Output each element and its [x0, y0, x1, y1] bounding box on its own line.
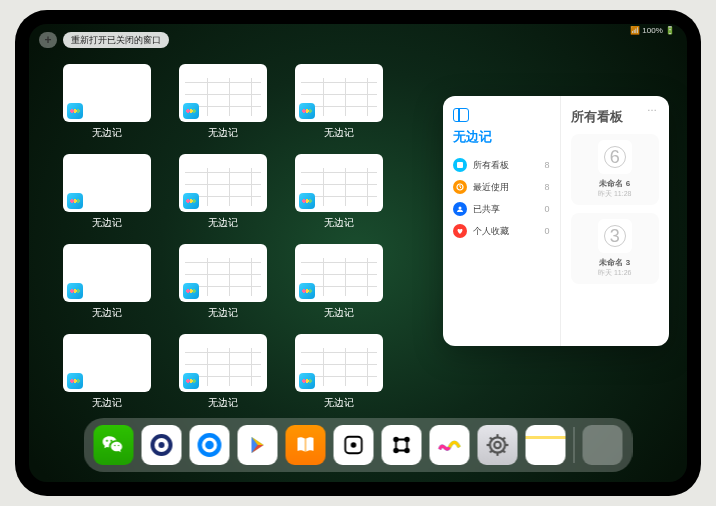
sidebar-item-count: 0: [545, 226, 550, 236]
window-label: 无边记: [324, 216, 354, 230]
freeform-app-icon: [183, 283, 199, 299]
dock-freeform-icon[interactable]: [430, 425, 470, 465]
thumbnail-preview: [63, 244, 151, 302]
window-thumbnail[interactable]: 无边记: [63, 64, 151, 140]
board-title: 未命名 3: [599, 257, 630, 268]
window-label: 无边记: [324, 126, 354, 140]
dock-settings-icon[interactable]: [478, 425, 518, 465]
window-label: 无边记: [92, 396, 122, 410]
sidebar-item-heart[interactable]: 个人收藏0: [453, 220, 550, 242]
status-bar: 📶 100% 🔋: [630, 26, 675, 35]
panel-right-title: 所有看板: [571, 108, 659, 126]
sidebar-item-clock[interactable]: 最近使用8: [453, 176, 550, 198]
window-label: 无边记: [92, 126, 122, 140]
board-card[interactable]: 6未命名 6昨天 11:28: [571, 134, 659, 205]
heart-icon: [453, 224, 467, 238]
window-thumbnail[interactable]: 无边记: [63, 154, 151, 230]
sidebar-item-count: 0: [545, 204, 550, 214]
thumbnail-preview: [63, 64, 151, 122]
window-label: 无边记: [92, 216, 122, 230]
dock-books-icon[interactable]: [286, 425, 326, 465]
sidebar-toggle-icon[interactable]: [453, 108, 469, 122]
reopen-closed-window-button[interactable]: 重新打开已关闭的窗口: [63, 32, 169, 48]
dock-dice-icon[interactable]: [334, 425, 374, 465]
panel-content: 所有看板 6未命名 6昨天 11:283未命名 3昨天 11:26: [561, 96, 669, 346]
window-thumbnail[interactable]: 无边记: [179, 154, 267, 230]
topbar: + 重新打开已关闭的窗口: [39, 32, 169, 48]
new-window-button[interactable]: +: [39, 32, 57, 48]
sidebar-item-count: 8: [545, 160, 550, 170]
window-thumbnail[interactable]: 无边记: [295, 244, 383, 320]
svg-line-20: [503, 450, 505, 452]
board-subtitle: 昨天 11:26: [598, 268, 631, 278]
window-label: 无边记: [324, 306, 354, 320]
thumbnail-preview: [295, 334, 383, 392]
dock-connect-icon[interactable]: [382, 425, 422, 465]
window-label: 无边记: [92, 306, 122, 320]
thumbnail-preview: [63, 154, 151, 212]
thumbnail-preview: [295, 154, 383, 212]
sidebar-item-label: 个人收藏: [473, 225, 509, 238]
thumbnail-preview: [295, 244, 383, 302]
sidebar-item-label: 最近使用: [473, 181, 509, 194]
window-label: 无边记: [208, 216, 238, 230]
freeform-app-icon: [183, 193, 199, 209]
panel-sidebar: 无边记 所有看板8最近使用8已共享0个人收藏0: [443, 96, 561, 346]
svg-rect-0: [457, 162, 463, 168]
window-label: 无边记: [208, 126, 238, 140]
screen: 📶 100% 🔋 + 重新打开已关闭的窗口 无边记无边记无边记无边记无边记无边记…: [29, 24, 687, 482]
svg-line-19: [490, 437, 492, 439]
freeform-panel[interactable]: … 无边记 所有看板8最近使用8已共享0个人收藏0 所有看板 6未命名 6昨天 …: [443, 96, 669, 346]
sidebar-item-label: 已共享: [473, 203, 500, 216]
freeform-app-icon: [67, 193, 83, 209]
svg-point-14: [494, 442, 501, 449]
dock-quark-icon[interactable]: [142, 425, 182, 465]
dock-notes-icon[interactable]: [526, 425, 566, 465]
freeform-app-icon: [299, 283, 315, 299]
svg-point-13: [490, 437, 505, 452]
thumbnail-preview: [179, 334, 267, 392]
dock-separator: [574, 427, 575, 463]
sidebar-item-people[interactable]: 已共享0: [453, 198, 550, 220]
window-label: 无边记: [208, 306, 238, 320]
board-title: 未命名 6: [599, 178, 630, 189]
window-thumbnail[interactable]: 无边记: [295, 154, 383, 230]
board-card[interactable]: 3未命名 3昨天 11:26: [571, 213, 659, 284]
sidebar-item-grid[interactable]: 所有看板8: [453, 154, 550, 176]
thumbnail-preview: [179, 154, 267, 212]
freeform-app-icon: [299, 193, 315, 209]
sidebar-item-label: 所有看板: [473, 159, 509, 172]
thumbnail-preview: [179, 244, 267, 302]
svg-point-6: [205, 441, 214, 450]
panel-menu-icon[interactable]: …: [647, 102, 659, 113]
svg-point-8: [351, 442, 357, 448]
sidebar-item-count: 8: [545, 182, 550, 192]
dock-wechat-icon[interactable]: [94, 425, 134, 465]
window-thumbnail[interactable]: 无边记: [179, 244, 267, 320]
freeform-app-icon: [67, 103, 83, 119]
window-thumbnail[interactable]: 无边记: [63, 334, 151, 410]
window-thumbnail[interactable]: 无边记: [63, 244, 151, 320]
app-switcher-grid: 无边记无边记无边记无边记无边记无边记无边记无边记无边记无边记无边记无边记: [63, 64, 423, 410]
thumbnail-preview: [295, 64, 383, 122]
board-thumbnail: 3: [598, 219, 632, 253]
grid-icon: [453, 158, 467, 172]
window-label: 无边记: [324, 396, 354, 410]
freeform-app-icon: [67, 283, 83, 299]
dock-qqbrowser-icon[interactable]: [190, 425, 230, 465]
people-icon: [453, 202, 467, 216]
dock-play-icon[interactable]: [238, 425, 278, 465]
freeform-app-icon: [299, 103, 315, 119]
freeform-app-icon: [299, 373, 315, 389]
window-label: 无边记: [208, 396, 238, 410]
dock-recent-folder[interactable]: [583, 425, 623, 465]
window-thumbnail[interactable]: 无边记: [179, 64, 267, 140]
ipad-frame: 📶 100% 🔋 + 重新打开已关闭的窗口 无边记无边记无边记无边记无边记无边记…: [15, 10, 701, 496]
svg-point-2: [459, 207, 462, 210]
freeform-app-icon: [183, 103, 199, 119]
window-thumbnail[interactable]: 无边记: [295, 334, 383, 410]
dock: [84, 418, 633, 472]
window-thumbnail[interactable]: 无边记: [295, 64, 383, 140]
svg-line-22: [503, 437, 505, 439]
window-thumbnail[interactable]: 无边记: [179, 334, 267, 410]
